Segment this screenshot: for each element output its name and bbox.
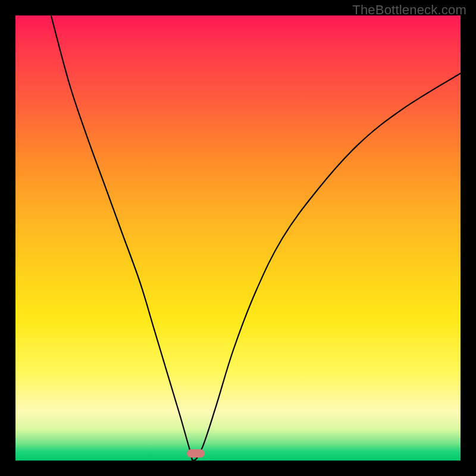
minimum-marker [187,449,205,458]
chart-plot-area [15,15,461,461]
curve-path [51,15,461,461]
bottleneck-curve [15,15,461,461]
watermark-text: TheBottleneck.com [352,2,466,18]
